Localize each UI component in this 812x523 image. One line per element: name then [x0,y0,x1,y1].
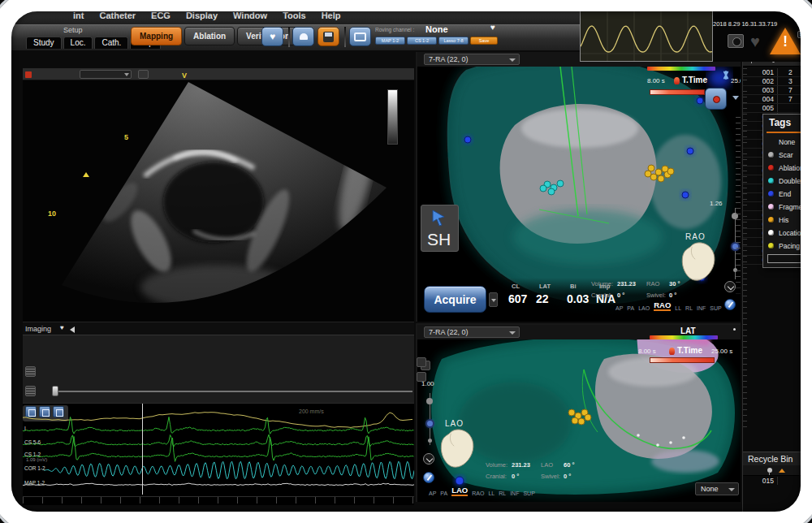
menu-item-tools[interactable]: Tools [283,11,306,20]
tag-item-none[interactable]: None [763,136,812,148]
point-row-005[interactable]: 005 [743,104,812,113]
ecg-caliper-line[interactable] [142,404,143,495]
volume-row-bottom: Volume: 231.23 LAO 60 ° [486,461,574,469]
roving-channel-value[interactable]: None [425,24,448,34]
divider-icon-2[interactable] [417,372,426,382]
timeline-tool-icon-2[interactable] [25,386,36,396]
orientation-rl[interactable]: RL [685,305,693,311]
menu-item-help[interactable]: Help [322,11,341,20]
channel-button-cs12[interactable]: CS 1-2 [407,37,437,45]
timeline-tool-icon-1[interactable] [25,366,36,377]
tag-item-location[interactable]: Location [763,227,812,239]
tag-label: Location [779,229,805,237]
volume-label-b: Volume: [486,461,512,469]
projection-angle-b: 60 ° [564,461,574,469]
display-button[interactable] [349,27,371,46]
map-viewport-bottom[interactable]: 7-RA (22, 0) LAT 8.00 s T.Time 25.00 s 1… [416,323,741,502]
orientation-inf[interactable]: INF [697,305,706,311]
timeline-track[interactable] [54,391,412,392]
orientation-ap[interactable]: AP [429,491,436,496]
ultrasound-dropdown[interactable] [80,70,132,79]
reference-heart-bottom[interactable] [438,429,477,474]
map-bottom-title-dropdown[interactable]: 7-RA (22, 0) [424,326,520,338]
tab-study[interactable]: Study [26,37,62,49]
orientation-sup[interactable]: SUP [710,305,721,311]
ttime-range-bar[interactable] [650,89,705,95]
tag-item-end[interactable]: End [763,188,812,200]
warning-triangle-icon[interactable]: ! [770,28,801,54]
projection-label: RAO [646,280,669,287]
point-row-001[interactable]: 0012 [743,68,812,77]
point-row-004[interactable]: 0047 [743,95,812,104]
save-study-button[interactable] [317,27,339,46]
record-map-button[interactable] [705,88,727,110]
ecg-thumbnail[interactable] [580,11,713,62]
channel-button-lasso78[interactable]: Lasso 7-8 [438,37,469,45]
tags-new-input[interactable] [767,254,810,263]
point-row-003[interactable]: 0037 [743,86,812,95]
point-row-002[interactable]: 0023 [743,77,812,86]
tab-loc[interactable]: Loc. [63,37,93,49]
tag-item-pacing[interactable]: Pacing [763,240,812,252]
slider-dot-b1[interactable] [426,398,433,404]
collapse-button-top[interactable] [724,281,736,292]
tag-item-scar[interactable]: Scar [763,149,812,161]
recycle-bin-header[interactable]: Recycle Bin [743,452,812,465]
record-icon[interactable] [25,71,32,78]
orientation-pa[interactable]: PA [440,491,447,496]
orientation-lao[interactable]: LAO [451,486,468,496]
tag-color-dot [768,217,774,223]
menu-item-catheter[interactable]: Catheter [99,11,136,20]
tab-cath[interactable]: Cath. [94,37,128,49]
snapshot-icon[interactable] [728,34,744,48]
slider-handle-b[interactable] [427,421,433,426]
compass-icon-top[interactable] [724,299,736,310]
orientation-rao[interactable]: RAO [472,491,484,496]
mode-button-ablation[interactable]: Ablation [184,27,235,45]
menu-item-int[interactable]: int [73,11,84,20]
slider-dot-b2[interactable] [428,439,432,443]
orientation-sup[interactable]: SUP [523,491,534,496]
orientation-pa[interactable]: PA [627,305,634,311]
tag-item-ablation[interactable]: Ablation [763,162,812,174]
map-viewport-top[interactable]: 7-RA (22, 0) 8.00 s T.Time 25.00 s SH 1.… [416,52,741,322]
tag-item-double[interactable]: Double [763,175,812,187]
collapse-button-bottom[interactable] [423,453,434,465]
orientation-inf[interactable]: INF [510,491,519,496]
channel-button-map12[interactable]: MAP 1-2 [375,37,405,45]
recycle-row[interactable]: 015 [743,476,812,486]
timeline-handle[interactable] [52,386,58,396]
orientation-rl[interactable]: RL [499,491,506,496]
ecg-traces[interactable] [23,404,414,496]
ecg-time-ruler[interactable] [23,496,414,504]
acquire-button[interactable]: Acquire [424,286,486,313]
ecg-channel-label-5: MAP 1-2 [24,480,45,486]
orientation-ll[interactable]: LL [488,491,495,496]
divider-icon-1[interactable] [417,357,426,367]
sh-catheter-box[interactable]: SH [421,205,459,252]
channel-save-button[interactable]: Save [470,37,498,45]
menu-item-display[interactable]: Display [186,11,218,20]
compass-icon-bottom[interactable] [423,472,434,483]
chevron-down-icon[interactable] [732,96,739,100]
ultrasound-header-button[interactable] [138,70,149,79]
fan-icon[interactable] [719,70,732,81]
lat-colorbar-bottom [650,335,718,339]
tag-item-fragment[interactable]: Fragment [763,201,812,213]
zoom-value-top: 1.26 [710,200,723,207]
acquire-chevron-button[interactable] [489,292,498,307]
ttime-range-bar-bottom[interactable] [650,357,715,363]
menu-item-ecg[interactable]: ECG [151,11,171,20]
ultrasound-image[interactable] [23,80,414,321]
orientation-ap[interactable]: AP [615,305,623,311]
orientation-lao[interactable]: LAO [638,305,650,311]
tag-item-his[interactable]: His [763,214,812,226]
menu-item-window[interactable]: Window [233,11,267,20]
orientation-ll[interactable]: LL [675,305,681,311]
alarm-button[interactable] [292,27,314,46]
map-top-title-dropdown[interactable]: 7-RA (22, 0) [424,54,520,65]
map-dropdown-none[interactable]: None [695,482,739,495]
patient-heart-button[interactable]: ♥ [261,27,283,46]
orientation-rao[interactable]: RAO [654,300,671,311]
mode-button-mapping[interactable]: Mapping [131,27,182,45]
